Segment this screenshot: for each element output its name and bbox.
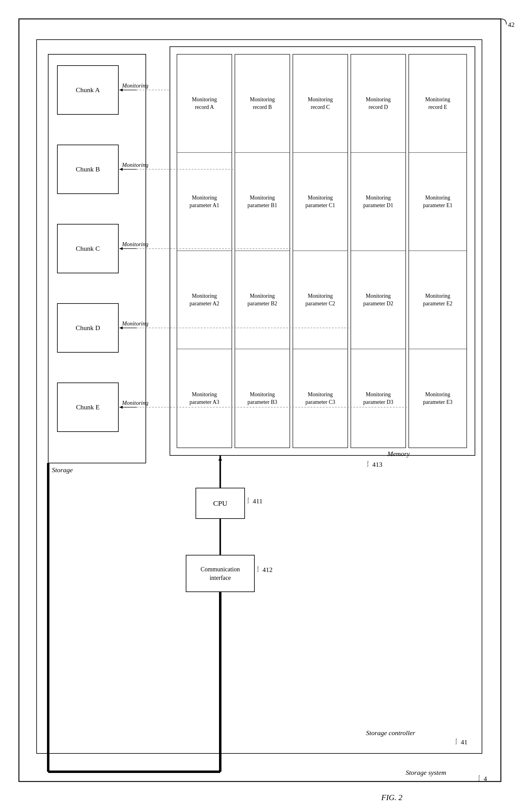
monitor-record-d: Monitoringrecord D: [351, 54, 406, 153]
monitoring-label-b: Monitoring: [122, 162, 149, 168]
chunk-a-label: Chunk A: [58, 66, 118, 114]
comm-interface-label: Communicationinterface: [186, 555, 254, 592]
monitoring-label-d: Monitoring: [122, 320, 149, 327]
monitor-param-e1: Monitoringparameter E1: [409, 153, 467, 251]
cpu-label: CPU: [196, 488, 245, 519]
chunk-b-label: Chunk B: [58, 145, 118, 194]
chunk-d-label: Chunk D: [58, 303, 118, 352]
ref-413: ⸾ 413: [366, 460, 383, 469]
monitor-param-a3: Monitoringparameter A3: [177, 349, 232, 448]
ref-412: ⸾ 412: [256, 566, 273, 574]
memory-label: Memory: [387, 450, 410, 458]
monitor-param-e2: Monitoringparameter E2: [409, 251, 467, 349]
svg-marker-47: [219, 457, 222, 460]
monitor-param-b1: Monitoringparameter B1: [235, 153, 290, 251]
storage-controller-label: Storage controller: [366, 729, 415, 737]
monitor-record-c: Monitoringrecord C: [293, 54, 348, 153]
page-container: 42 Storage Chunk A Chunk B Chunk C Chunk…: [0, 0, 521, 812]
ref-41: ⸾ 41: [454, 738, 468, 746]
monitor-param-d2: Monitoringparameter D2: [351, 251, 406, 349]
monitoring-label-e: Monitoring: [122, 400, 149, 406]
monitor-param-d3: Monitoringparameter D3: [351, 349, 406, 448]
monitor-param-c3: Monitoringparameter C3: [293, 349, 348, 448]
monitor-param-a2: Monitoringparameter A2: [177, 251, 232, 349]
monitor-record-b: Monitoringrecord B: [235, 54, 290, 153]
monitoring-label-a: Monitoring: [122, 82, 149, 89]
monitor-param-c1: Monitoringparameter C1: [293, 153, 348, 251]
monitor-param-c2: Monitoringparameter C2: [293, 251, 348, 349]
monitor-param-d1: Monitoringparameter D1: [351, 153, 406, 251]
ref-42: 42: [508, 21, 515, 29]
ref-4: ⸾ 4: [477, 775, 487, 783]
monitoring-label-c: Monitoring: [122, 241, 149, 248]
chunk-c-label: Chunk C: [58, 224, 118, 273]
figure-label: FIG. 2: [381, 793, 402, 802]
monitor-param-a1: Monitoringparameter A1: [177, 153, 232, 251]
monitor-record-e: Monitoringrecord E: [409, 54, 467, 153]
monitor-record-a: Monitoringrecord A: [177, 54, 232, 153]
storage-label: Storage: [52, 466, 73, 474]
monitor-param-b2: Monitoringparameter B2: [235, 251, 290, 349]
ref-411: ⸾ 411: [247, 497, 263, 505]
storage-system-label: Storage system: [406, 769, 446, 776]
chunk-e-label: Chunk E: [58, 383, 118, 432]
monitor-param-b3: Monitoringparameter B3: [235, 349, 290, 448]
monitor-param-e3: Monitoringparameter E3: [409, 349, 467, 448]
